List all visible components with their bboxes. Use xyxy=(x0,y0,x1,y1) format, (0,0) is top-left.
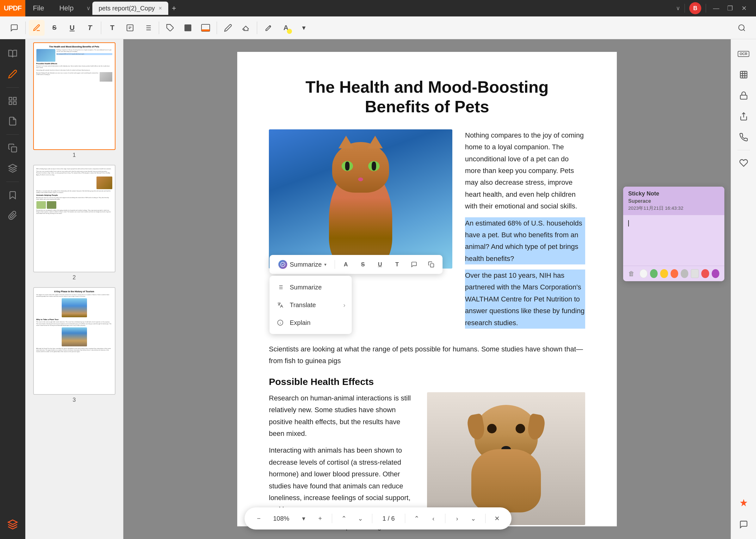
text-tool-button[interactable]: T xyxy=(82,20,98,36)
color-swatch-green[interactable] xyxy=(650,269,658,278)
zoom-in-button[interactable]: + xyxy=(314,512,327,525)
text-list-tool-button[interactable] xyxy=(140,20,156,36)
sel-strikethrough-button[interactable]: S xyxy=(356,258,369,271)
color-swatch-gray[interactable] xyxy=(681,269,688,278)
text-bold-tool-button[interactable]: T xyxy=(105,20,120,36)
color-swatch-purple[interactable] xyxy=(712,269,719,278)
message-button[interactable] xyxy=(734,515,753,534)
sticky-note-header: Sticky Note Superace 2023年11月21日 16:43:3… xyxy=(623,187,724,215)
color-swatch-white[interactable] xyxy=(640,269,647,278)
translate-arrow-icon: › xyxy=(343,301,345,309)
stamp-tool-button[interactable] xyxy=(162,20,178,36)
color-swatch-orange[interactable] xyxy=(671,269,678,278)
minimize-button[interactable]: — xyxy=(711,3,722,14)
close-button[interactable]: ✕ xyxy=(738,3,750,14)
eraser-button[interactable] xyxy=(238,20,254,36)
tab-dropdown-icon[interactable]: ∨ xyxy=(84,5,92,12)
ocr-button[interactable]: OCR xyxy=(734,44,753,63)
close-nav-button[interactable]: ✕ xyxy=(491,512,504,525)
svg-rect-33 xyxy=(740,95,747,99)
page-thumb-img-3[interactable]: A Key Phase in the History of Tourism Th… xyxy=(33,287,115,395)
active-tab[interactable]: pets report(2)_Copy × xyxy=(92,2,168,15)
fit-to-height-button[interactable]: ⌄ xyxy=(354,512,367,525)
text-box-tool-button[interactable] xyxy=(122,20,138,36)
mail-button[interactable] xyxy=(734,128,753,147)
sel-underline-button[interactable]: U xyxy=(374,258,386,271)
tab-expand-icon[interactable]: ∨ xyxy=(676,5,680,12)
sidebar-stacks-icon[interactable] xyxy=(3,515,22,534)
lock-button[interactable] xyxy=(734,86,753,105)
sidebar-layers-icon[interactable] xyxy=(3,159,22,178)
updf-ai-button[interactable] xyxy=(734,494,753,513)
color-swatch-red[interactable] xyxy=(701,269,709,278)
zoom-dropdown-button[interactable]: ▾ xyxy=(297,512,310,525)
svg-marker-19 xyxy=(9,165,17,169)
color-swatch-yellow[interactable] xyxy=(660,269,668,278)
summarize-dropdown-icon[interactable]: ▾ xyxy=(324,262,327,267)
bottom-toolbar: − 108% ▾ + ⌃ ⌄ 1 / 6 ⌃ ‹ › ⌄ ✕ xyxy=(245,507,511,529)
page-thumb-1[interactable]: The Health and Mood-Boosting Benefits of… xyxy=(29,42,120,158)
sticky-note-date: 2023年11月21日 16:43:32 xyxy=(628,205,719,211)
sidebar-pages-icon[interactable] xyxy=(3,112,22,131)
summarize-button[interactable]: Summarize ▾ xyxy=(274,258,330,271)
scan-button[interactable] xyxy=(734,65,753,84)
nav-first-button[interactable]: ⌃ xyxy=(410,512,423,525)
comment-tool-button[interactable] xyxy=(6,20,22,36)
restore-button[interactable]: ❐ xyxy=(724,3,736,14)
pencil-draw-button[interactable] xyxy=(220,20,236,36)
fill-tool-button[interactable] xyxy=(180,20,196,36)
scanning-text: Scientists are looking at what the range… xyxy=(269,343,585,367)
share-button[interactable] xyxy=(734,107,753,126)
menu-item-summarize[interactable]: Summarize xyxy=(269,278,352,296)
sel-text-button[interactable]: T xyxy=(391,258,403,271)
dog-image xyxy=(427,392,585,525)
bot-sep2 xyxy=(372,514,372,523)
nav-prev-button[interactable]: ‹ xyxy=(427,512,440,525)
underline-tool-button[interactable]: U xyxy=(64,20,80,36)
document-area[interactable]: The Health and Mood-BoostingBenefits of … xyxy=(123,39,731,539)
sidebar-pen-icon[interactable] xyxy=(3,64,22,84)
sel-copy-button[interactable] xyxy=(425,258,437,271)
menu-item-explain[interactable]: Explain xyxy=(269,314,352,332)
sel-highlight-button[interactable]: A xyxy=(340,258,352,271)
sidebar-bookmark-icon[interactable] xyxy=(3,186,22,205)
new-tab-button[interactable]: + xyxy=(168,3,180,14)
sticky-note-body[interactable] xyxy=(623,215,724,266)
color-rect-button[interactable] xyxy=(198,20,213,36)
page-thumb-img-2[interactable]: NIH is finding large-scale surveys to fi… xyxy=(33,165,115,272)
tab-close-button[interactable]: × xyxy=(159,5,162,12)
nav-next-button[interactable]: › xyxy=(450,512,464,525)
sticky-note-footer: 🗑 xyxy=(623,266,724,281)
zoom-out-button[interactable]: − xyxy=(252,512,265,525)
page-thumb-img-1[interactable]: The Health and Mood-Boosting Benefits of… xyxy=(33,42,115,150)
strikethrough-tool-button[interactable]: S xyxy=(46,20,62,36)
page-thumb-2[interactable]: NIH is finding large-scale surveys to fi… xyxy=(29,165,120,281)
sep1 xyxy=(25,22,26,34)
page-num-1: 1 xyxy=(72,152,76,158)
file-menu[interactable]: File xyxy=(25,0,51,17)
svg-rect-17 xyxy=(9,102,12,105)
sidebar-read-icon[interactable] xyxy=(3,44,22,63)
sidebar-layout-icon[interactable] xyxy=(3,91,22,111)
highlight-tool-button[interactable] xyxy=(29,20,44,36)
plugin-button[interactable] xyxy=(734,153,753,172)
sidebar-paperclip-icon[interactable] xyxy=(3,206,22,225)
sticky-delete-button[interactable]: 🗑 xyxy=(628,270,635,277)
user-avatar[interactable]: B xyxy=(689,2,701,14)
highlight-color-button[interactable]: A xyxy=(278,20,294,36)
color-swatch-light-gray[interactable] xyxy=(691,269,699,278)
svg-point-11 xyxy=(269,26,270,26)
sidebar-copy-icon[interactable] xyxy=(3,138,22,158)
fit-to-width-button[interactable]: ⌃ xyxy=(337,512,350,525)
highlight-options-button[interactable]: ▾ xyxy=(296,20,312,36)
page-thumb-3[interactable]: A Key Phase in the History of Tourism Th… xyxy=(29,287,120,403)
nav-last-button[interactable]: ⌄ xyxy=(467,512,480,525)
help-menu[interactable]: Help xyxy=(51,0,81,17)
search-button[interactable] xyxy=(734,20,750,36)
sel-comment-button[interactable] xyxy=(408,258,420,271)
svg-rect-14 xyxy=(9,98,12,100)
signature-button[interactable] xyxy=(260,20,276,36)
strikethrough-icon: S xyxy=(52,24,56,31)
menu-item-translate[interactable]: Translate › xyxy=(269,296,352,314)
sidebar-sep3 xyxy=(6,182,19,182)
